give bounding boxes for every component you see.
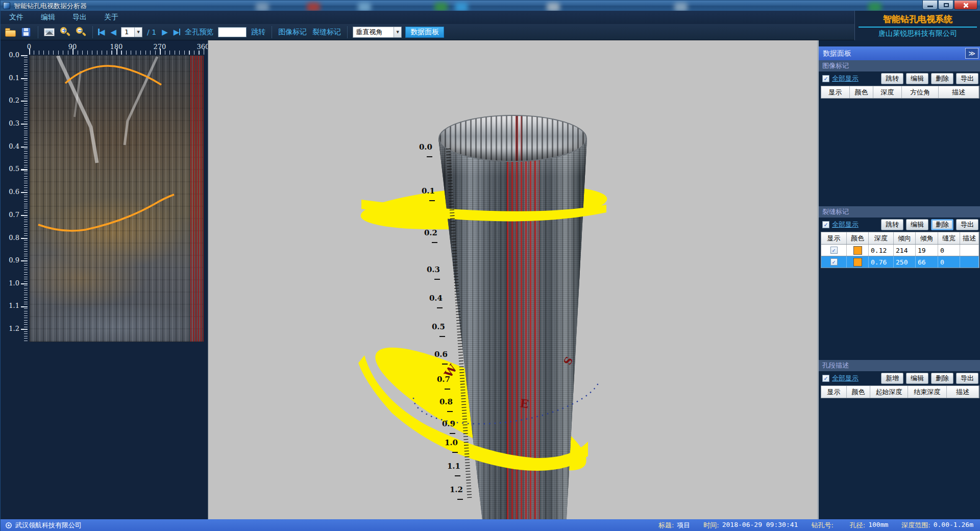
segments-table-header: 显示 颜色 起始深度 结束深度 描述 [821,385,979,398]
aero-glass-blob [256,3,269,11]
minimize-icon [927,6,933,7]
borehole-unwrapped-image[interactable] [29,55,204,342]
window-controls [922,1,977,10]
image-marks-title: 图像标记 [822,61,849,70]
export-marks-button[interactable]: 导出 [956,73,978,84]
prev-page-button[interactable]: ◀ [110,27,118,38]
jump-to-crack-button[interactable]: 跳转 [881,219,903,230]
chevron-down-icon[interactable]: ▼ [394,27,401,37]
show-all-checkbox[interactable]: ✓ [822,375,829,382]
depth-label: 0.3 [1,119,19,127]
borehole-image-panel: 0 90 180 270 360 0.0 0.1 0.2 0.3 0.4 0.5… [1,40,208,519]
zoom-out-icon[interactable]: − [75,26,87,38]
mark-color-swatch [853,258,862,267]
fracture-disc-lower-front-band [358,355,588,471]
delete-segment-button[interactable]: 删除 [931,373,953,384]
toolbar: + − ◀ ◀ 1 ▼ / 1 ▶ ▶ 全孔预览 跳转 图像标记 裂缝标记 垂直… [1,24,980,40]
compass-south-label: S [561,355,575,367]
row-visible-checkbox[interactable]: ✓ [830,247,838,254]
open-file-icon[interactable] [5,26,17,38]
aero-glass-blob [307,3,320,11]
depth-label-3d: 0.7 [432,375,450,393]
data-panel-toggle-button[interactable]: 数据面板 [405,27,444,38]
last-page-button[interactable]: ▶ [173,27,181,38]
row-visible-checkbox[interactable]: ✓ [830,258,838,266]
crack-marks-controls: ✓ 全部显示 跳转 编辑 删除 导出 [819,218,980,232]
menu-about[interactable]: 关于 [95,13,127,22]
show-all-label[interactable]: 全部显示 [832,374,859,383]
depth-label: 0.2 [1,96,19,104]
menu-export[interactable]: 导出 [64,13,95,22]
menu-edit[interactable]: 编辑 [32,13,64,22]
view-mode-value: 垂直视角 [353,28,394,37]
depth-label-3d: 0.1 [416,186,435,205]
fracture-sine-curve-2 [38,195,174,231]
full-hole-preview-button[interactable]: 全孔预览 [184,28,214,37]
depth-label: 0.6 [1,188,19,196]
hole-diameter-field: 孔径: 100mm [850,521,889,530]
branding-divider [859,27,977,28]
toolbar-separator [347,26,348,38]
menu-file[interactable]: 文件 [1,13,32,22]
show-all-label[interactable]: 全部显示 [832,220,859,229]
project-title-field: 标题: 项目 [658,521,690,530]
image-mark-button[interactable]: 图像标记 [277,28,308,37]
delete-crack-button[interactable]: 删除 [931,219,953,230]
chevron-down-icon[interactable]: ▼ [134,28,142,37]
depth-label: 1.0 [1,279,19,287]
depth-jump-input[interactable] [218,27,247,37]
statusbar-fields: 标题: 项目 时间: 2018-06-29 09:30:41 钻孔号: 孔径: … [658,521,973,530]
maximize-button[interactable] [938,1,953,10]
segments-table-body [819,398,980,519]
toolbar-separator [92,26,93,38]
show-all-checkbox[interactable]: ✓ [822,221,829,228]
app-window: 智能钻孔电视数据分析器 文件 编辑 导出 关于 + − ◀ ◀ 1 ▼ / 1 … [0,0,980,531]
image-view-icon[interactable] [43,26,56,38]
crack-mark-row-selected[interactable]: ✓ 0.76 250 66 0 [821,256,979,268]
status-bar: 武汉领航科技有限公司 标题: 项目 时间: 2018-06-29 09:30:4… [1,519,980,531]
aero-glass-blob [547,3,560,11]
image-marks-controls: ✓ 全部显示 跳转 编辑 删除 导出 [819,71,980,86]
jump-button[interactable]: 跳转 [250,28,266,37]
jump-to-mark-button[interactable]: 跳转 [881,73,903,84]
export-cracks-button[interactable]: 导出 [956,219,978,230]
window-title: 智能钻孔电视数据分析器 [14,2,87,11]
collapse-panel-button[interactable]: ≫ [965,48,978,59]
page-number-select[interactable]: 1 ▼ [121,27,142,37]
fracture-curve-overlay [30,56,204,343]
first-page-button[interactable]: ◀ [98,27,106,38]
image-marks-table-header: 显示 颜色 深度 方位角 描述 [821,86,979,99]
depth-label-3d: 0.9 [437,419,455,438]
depth-label: 0.1 [1,74,19,82]
crack-mark-button[interactable]: 裂缝标记 [311,28,342,37]
delete-mark-button[interactable]: 删除 [931,73,953,84]
crack-marks-table-body [819,268,980,360]
depth-label: 1.2 [1,325,19,332]
aero-glass-blob [434,3,448,11]
close-button[interactable] [954,1,977,10]
depth-label-3d: 0.0 [414,142,432,161]
page-number-value: 1 [121,28,134,36]
image-marks-section-bar: 图像标记 [819,60,980,71]
export-segments-button[interactable]: 导出 [956,373,978,384]
toolbar-separator [272,26,272,38]
depth-label-3d: 0.8 [434,397,453,416]
view-mode-select[interactable]: 垂直视角 ▼ [353,27,402,38]
crack-mark-row[interactable]: ✓ 0.12 214 19 0 [821,245,979,256]
depth-label-3d: 1.1 [442,462,460,480]
depth-range-field: 深度范围: 0.00-1.26m [901,521,973,530]
company-logo-icon [6,522,12,528]
depth-label-3d: 1.2 [445,485,463,503]
show-all-checkbox[interactable]: ✓ [822,75,829,82]
save-icon[interactable] [20,26,33,38]
viewer-3d[interactable]: W E S 0.0 0.1 0.2 0.3 0.4 0.5 0.6 0.7 0.… [208,40,817,519]
minimize-button[interactable] [922,1,938,10]
edit-crack-button[interactable]: 编辑 [906,219,928,230]
zoom-in-icon[interactable]: + [59,26,71,38]
next-page-button[interactable]: ▶ [161,27,169,38]
add-segment-button[interactable]: 新增 [881,373,903,384]
show-all-label[interactable]: 全部显示 [832,74,859,83]
edit-segment-button[interactable]: 编辑 [906,373,928,384]
segments-section-bar: 孔段描述 [819,360,980,371]
edit-mark-button[interactable]: 编辑 [906,73,928,84]
